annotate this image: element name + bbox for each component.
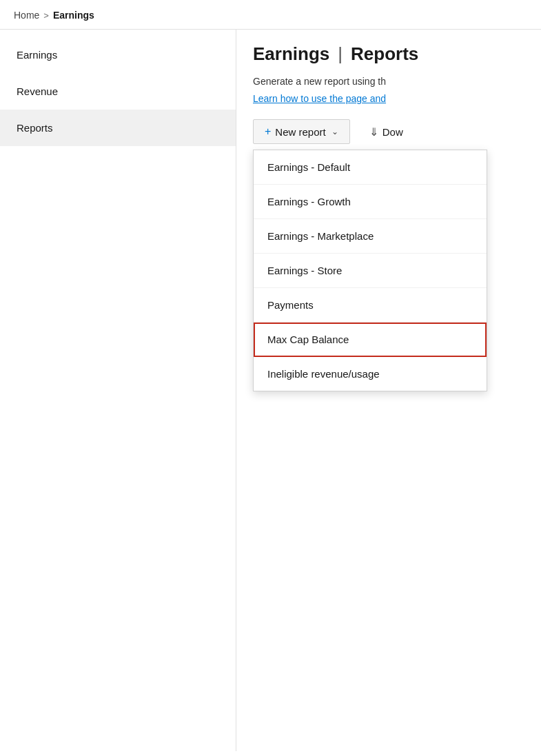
download-icon: ⇓ (369, 125, 378, 139)
new-report-button[interactable]: + New report ⌄ (253, 119, 350, 144)
learn-link[interactable]: Learn how to use the page and (253, 93, 524, 104)
dropdown-item-earnings-marketplace[interactable]: Earnings - Marketplace (254, 219, 487, 254)
main-layout: Earnings Revenue Reports Earnings | Repo… (0, 30, 541, 751)
dropdown-item-payments[interactable]: Payments (254, 288, 487, 323)
dropdown-item-ineligible-revenue[interactable]: Ineligible revenue/usage (254, 357, 487, 391)
plus-icon: + (265, 125, 271, 138)
breadcrumb-separator: > (43, 10, 49, 21)
dropdown-item-max-cap-balance[interactable]: Max Cap Balance (254, 323, 487, 357)
page-description: Generate a new report using th (253, 74, 524, 89)
page-title-earnings: Earnings (253, 43, 329, 65)
download-button[interactable]: ⇓ Dow (361, 120, 411, 144)
page-title-reports: Reports (351, 43, 418, 65)
sidebar-item-earnings[interactable]: Earnings (0, 37, 236, 73)
content-area: Earnings | Reports Generate a new report… (236, 30, 541, 751)
sidebar: Earnings Revenue Reports (0, 30, 236, 751)
chevron-down-icon: ⌄ (331, 127, 338, 136)
breadcrumb: Home > Earnings (0, 0, 541, 30)
sidebar-item-reports[interactable]: Reports (0, 110, 236, 146)
sidebar-item-revenue[interactable]: Revenue (0, 73, 236, 110)
page-title-separator: | (338, 43, 343, 65)
breadcrumb-home[interactable]: Home (14, 10, 39, 21)
breadcrumb-current: Earnings (53, 10, 94, 21)
dropdown-item-earnings-default[interactable]: Earnings - Default (254, 150, 487, 185)
download-label: Dow (382, 126, 403, 138)
page-title: Earnings | Reports (253, 43, 524, 65)
dropdown-item-earnings-growth[interactable]: Earnings - Growth (254, 185, 487, 219)
dropdown-menu: Earnings - Default Earnings - Growth Ear… (253, 150, 487, 391)
toolbar: + New report ⌄ ⇓ Dow Earnings - Default … (253, 119, 524, 144)
dropdown-item-earnings-store[interactable]: Earnings - Store (254, 254, 487, 288)
new-report-label: New report (275, 126, 325, 138)
